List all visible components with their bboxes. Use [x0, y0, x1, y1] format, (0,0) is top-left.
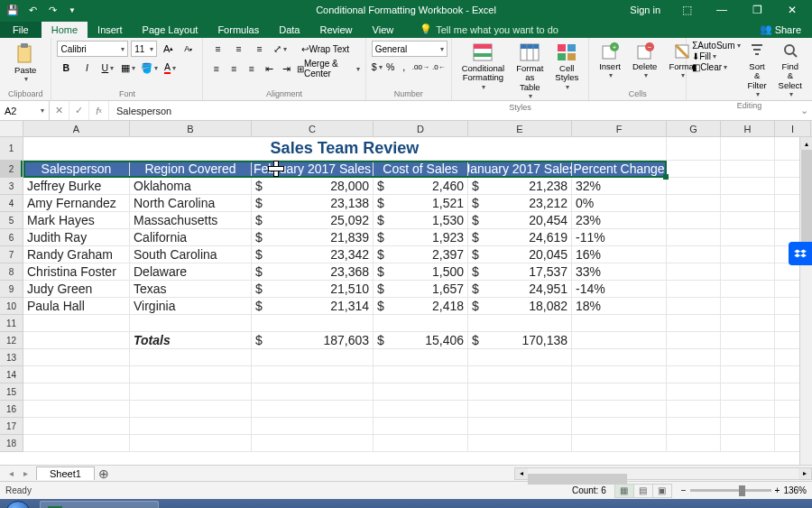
- zoom-level[interactable]: 136%: [783, 485, 807, 495]
- cell[interactable]: [572, 332, 667, 349]
- scroll-up-button[interactable]: ▴: [800, 137, 812, 150]
- cell[interactable]: $1,521: [374, 195, 468, 212]
- page-layout-view-button[interactable]: ▤: [633, 484, 653, 498]
- zoom-in-button[interactable]: +: [775, 485, 780, 495]
- increase-font-icon[interactable]: A▴: [160, 41, 177, 57]
- row-header-13[interactable]: 13: [0, 349, 23, 366]
- cell[interactable]: [130, 418, 252, 435]
- cell[interactable]: [667, 349, 721, 366]
- row-header-9[interactable]: 9: [0, 281, 23, 298]
- cell[interactable]: $2,460: [374, 178, 468, 195]
- cell[interactable]: [130, 383, 252, 401]
- cell[interactable]: [130, 435, 252, 452]
- cell[interactable]: $20,045: [468, 246, 572, 263]
- cell[interactable]: $20,454: [468, 212, 572, 229]
- cell[interactable]: [721, 178, 775, 195]
- cell[interactable]: $1,500: [374, 263, 468, 281]
- cell[interactable]: [667, 401, 721, 418]
- cell[interactable]: [667, 229, 721, 246]
- cell[interactable]: [721, 263, 775, 281]
- cell[interactable]: $1,657: [374, 281, 468, 298]
- align-right-icon[interactable]: ≡: [244, 60, 259, 77]
- cell[interactable]: [374, 366, 468, 383]
- fill-button[interactable]: ⬇ Fill ▾: [692, 51, 740, 61]
- cell[interactable]: [721, 229, 775, 246]
- underline-icon[interactable]: U▾: [98, 60, 116, 76]
- row-header-7[interactable]: 7: [0, 246, 23, 263]
- cell[interactable]: $23,138: [252, 195, 374, 212]
- align-middle-icon[interactable]: ≡: [229, 41, 247, 57]
- cell[interactable]: [468, 383, 572, 401]
- cell[interactable]: -11%: [572, 229, 667, 246]
- row-header-12[interactable]: 12: [0, 332, 23, 349]
- cell[interactable]: $17,537: [468, 263, 572, 281]
- bold-icon[interactable]: B: [57, 60, 75, 76]
- cell[interactable]: Region Covered: [130, 161, 252, 178]
- decrease-decimal-icon[interactable]: .0←: [432, 59, 446, 75]
- cell[interactable]: [23, 315, 130, 332]
- cell[interactable]: January 2017 Sales: [468, 161, 572, 178]
- cell[interactable]: [572, 349, 667, 366]
- cell[interactable]: [374, 418, 468, 435]
- cell[interactable]: $2,418: [374, 298, 468, 315]
- taskbar-item-excel[interactable]: XConditional Form...: [40, 501, 159, 508]
- cell[interactable]: $15,406: [374, 332, 468, 349]
- cell[interactable]: 33%: [572, 263, 667, 281]
- column-header-F[interactable]: F: [572, 121, 667, 136]
- scroll-left-button[interactable]: ◂: [515, 468, 528, 479]
- row-header-16[interactable]: 16: [0, 401, 23, 418]
- row-header-4[interactable]: 4: [0, 195, 23, 212]
- save-icon[interactable]: 💾: [5, 3, 20, 17]
- title-cell[interactable]: Sales Team Review: [23, 137, 667, 161]
- conditional-formatting-button[interactable]: Conditional Formatting▾: [457, 41, 510, 94]
- cell[interactable]: Virginia: [130, 298, 252, 315]
- cell[interactable]: [667, 263, 721, 281]
- row-header-14[interactable]: 14: [0, 366, 23, 383]
- column-header-E[interactable]: E: [468, 121, 572, 136]
- column-header-D[interactable]: D: [374, 121, 468, 136]
- font-name-select[interactable]: Calibri▾: [57, 41, 128, 57]
- cell[interactable]: [667, 332, 721, 349]
- row-header-3[interactable]: 3: [0, 178, 23, 195]
- cell[interactable]: [667, 178, 721, 195]
- cell[interactable]: Massachusetts: [130, 212, 252, 229]
- cell[interactable]: 32%: [572, 178, 667, 195]
- cell[interactable]: [721, 195, 775, 212]
- cell[interactable]: Salesperson: [23, 161, 130, 178]
- tab-insert[interactable]: Insert: [88, 22, 133, 38]
- cell[interactable]: [721, 366, 775, 383]
- column-header-H[interactable]: H: [721, 121, 775, 136]
- cell[interactable]: $23,368: [252, 263, 374, 281]
- cell[interactable]: [23, 401, 130, 418]
- merge-center-button[interactable]: ⊞ Merge & Center▾: [297, 59, 360, 79]
- normal-view-button[interactable]: ▦: [614, 484, 634, 498]
- cell[interactable]: [130, 315, 252, 332]
- cell[interactable]: $21,510: [252, 281, 374, 298]
- cell[interactable]: [721, 281, 775, 298]
- cell[interactable]: [721, 332, 775, 349]
- cell[interactable]: Delaware: [130, 263, 252, 281]
- cell[interactable]: [721, 246, 775, 263]
- cell[interactable]: [572, 418, 667, 435]
- tab-formulas[interactable]: Formulas: [208, 22, 269, 38]
- cell[interactable]: Jeffrey Burke: [23, 178, 130, 195]
- font-size-select[interactable]: 11▾: [131, 41, 157, 57]
- increase-indent-icon[interactable]: ⇥: [279, 60, 294, 77]
- undo-icon[interactable]: ↶: [25, 3, 40, 17]
- share-button[interactable]: 👥Share: [749, 21, 812, 38]
- cell[interactable]: [23, 383, 130, 401]
- cell[interactable]: [252, 383, 374, 401]
- italic-icon[interactable]: I: [78, 60, 96, 76]
- cell[interactable]: [667, 315, 721, 332]
- cell[interactable]: 16%: [572, 246, 667, 263]
- cell[interactable]: [468, 418, 572, 435]
- sheet-nav-prev-icon[interactable]: ◂: [4, 468, 18, 478]
- cell[interactable]: [374, 315, 468, 332]
- sign-in-link[interactable]: Sign in: [630, 5, 660, 15]
- tab-home[interactable]: Home: [42, 22, 88, 38]
- sheet-tab-sheet1[interactable]: Sheet1: [36, 466, 95, 480]
- vertical-scrollbar[interactable]: ▴: [799, 137, 812, 465]
- cell[interactable]: [468, 349, 572, 366]
- percent-icon[interactable]: %: [385, 59, 396, 75]
- column-header-I[interactable]: I: [775, 121, 811, 136]
